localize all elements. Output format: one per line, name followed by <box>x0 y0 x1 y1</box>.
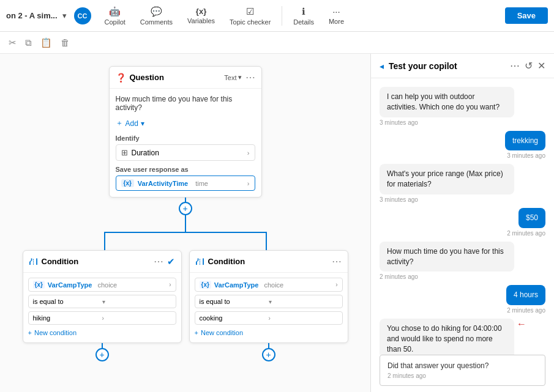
copilot-icon: 🤖 <box>109 6 121 17</box>
message-6-bubble: 4 hours <box>506 285 545 305</box>
message-7-row: You chose to do hiking for 04:00:00 and … <box>380 319 526 355</box>
variables-icon: {x} <box>196 7 206 16</box>
condition-right-value-row[interactable]: cooking › <box>195 311 343 325</box>
panel-title: Test your copilot <box>389 61 505 71</box>
message-4-bubble: $50 <box>518 208 545 228</box>
condition-right-var-name: VarCampType <box>214 281 259 289</box>
condition-right-var-chip[interactable]: {x} VarCampType choice › <box>195 278 343 292</box>
var-row[interactable]: {x} VarActivityTime time › <box>116 176 255 191</box>
condition-right-node: ⛙ Condition ⋯ {x} VarCampType choice › i… <box>189 250 348 343</box>
message-1-bubble: I can help you with outdoor activities. … <box>380 87 514 117</box>
cut-icon[interactable]: ✂ <box>9 37 17 48</box>
message-1: I can help you with outdoor activities. … <box>380 87 545 126</box>
panel-close-icon[interactable]: ✕ <box>537 60 545 72</box>
condition-right-chevron-icon: › <box>335 281 337 288</box>
condition-left-menu-icon[interactable]: ⋯ <box>154 256 163 267</box>
var-chevron-icon: › <box>247 180 250 187</box>
more-button[interactable]: ··· More <box>323 4 350 28</box>
avatar: CC <box>74 7 91 24</box>
copilot-button[interactable]: 🤖 Copilot <box>99 4 132 28</box>
branch-left-line <box>104 232 105 250</box>
delete-icon[interactable]: 🗑 <box>61 37 70 48</box>
message-7: You chose to do hiking for 04:00:00 and … <box>380 319 545 355</box>
condition-left-icon: ⛙ <box>29 257 38 267</box>
toolbar: on 2 - A sim... ▾ CC 🤖 Copilot 💬 Comment… <box>0 0 554 32</box>
add-chevron-icon: ▾ <box>141 119 144 128</box>
condition-right-header: ⛙ Condition ⋯ <box>190 251 348 273</box>
condition-right-new-button[interactable]: + New condition <box>195 328 343 338</box>
conditions-row: ⛙ Condition ⋯ ✔ {x} VarCampType choice › <box>14 250 357 343</box>
save-button[interactable]: Save <box>505 7 548 24</box>
condition-right-operator-dropdown[interactable]: is equal to ▾ <box>195 295 343 308</box>
bottom-plus-left[interactable]: + <box>95 348 109 361</box>
panel-header: ◂ Test your copilot ⋯ ↺ ✕ <box>371 54 554 78</box>
operator-left-chevron-icon: ▾ <box>102 298 171 305</box>
message-4: $50 2 minutes ago <box>380 208 545 237</box>
bottom-conn-left: + <box>23 343 182 361</box>
branch-lines <box>23 220 348 250</box>
identify-value: Duration <box>132 149 244 157</box>
mid-plus-button[interactable]: + <box>179 202 192 215</box>
condition-left-body: {x} VarCampType choice › is equal to ▾ h… <box>23 273 181 342</box>
did-answer-box: Did that answer your question? 2 minutes… <box>380 355 545 386</box>
condition-left-title: Condition <box>42 257 150 266</box>
title-chevron-icon[interactable]: ▾ <box>62 11 67 20</box>
topic-checker-button[interactable]: ☑ Topic checker <box>223 4 277 28</box>
red-arrow-icon: ← <box>517 319 526 330</box>
identify-label: Identify <box>116 135 255 142</box>
condition-left-header: ⛙ Condition ⋯ ✔ <box>23 251 181 273</box>
message-5-bubble: How much time do you have for this activ… <box>380 242 514 272</box>
condition-left-node: ⛙ Condition ⋯ ✔ {x} VarCampType choice › <box>23 250 182 343</box>
details-icon: ℹ <box>302 6 305 17</box>
variables-button[interactable]: {x} Variables <box>181 4 221 27</box>
question-title: Question <box>130 73 221 82</box>
message-2-time: 3 minutes ago <box>507 152 545 159</box>
more-icon: ··· <box>332 6 340 17</box>
calendar-icon: ⊞ <box>121 148 128 157</box>
message-4-time: 2 minutes ago <box>507 230 545 237</box>
condition-left-check-icon: ✔ <box>167 256 175 267</box>
message-6-time: 2 minutes ago <box>507 307 545 314</box>
value-left-chevron-icon: › <box>102 315 171 322</box>
copy-icon[interactable]: ⧉ <box>25 37 32 48</box>
condition-left-value-row[interactable]: hiking › <box>28 311 176 325</box>
canvas: ❓ Question Text ▾ ⋯ How much time do you… <box>0 54 370 392</box>
bottom-conn-right: + <box>189 343 348 361</box>
panel-more-icon[interactable]: ⋯ <box>510 60 520 72</box>
condition-left-var-chip[interactable]: {x} VarCampType choice › <box>28 278 176 292</box>
var-badge: {x} <box>121 179 134 187</box>
message-2: trekking 3 minutes ago <box>380 131 545 160</box>
comments-icon: 💬 <box>151 6 162 17</box>
question-icon: ❓ <box>116 73 126 83</box>
condition-left-operator-dropdown[interactable]: is equal to ▾ <box>28 295 176 308</box>
condition-left-new-button[interactable]: + New condition <box>28 328 176 338</box>
branch-horizontal-line <box>105 232 266 233</box>
operator-right-chevron-icon: ▾ <box>269 298 338 305</box>
type-chevron-icon: ▾ <box>238 73 242 81</box>
condition-right-menu-icon[interactable]: ⋯ <box>332 256 342 267</box>
plus-icon: ＋ <box>116 118 123 128</box>
new-condition-right-plus-icon: + <box>195 329 198 336</box>
message-5: How much time do you have for this activ… <box>380 242 545 281</box>
toolbar-divider <box>282 6 282 26</box>
bottom-plus-right[interactable]: + <box>262 348 275 361</box>
condition-left-var-name: VarCampType <box>48 281 92 289</box>
comments-button[interactable]: 💬 Comments <box>134 4 179 28</box>
details-button[interactable]: ℹ Details <box>287 4 320 28</box>
condition-right-icon: ⛙ <box>196 257 204 267</box>
edit-bar: ✂ ⧉ 📋 🗑 <box>0 32 554 54</box>
condition-right-var-badge: {x} <box>200 281 211 289</box>
panel-refresh-icon[interactable]: ↺ <box>525 60 533 72</box>
value-right-chevron-icon: › <box>269 315 338 322</box>
question-node-header: ❓ Question Text ▾ ⋯ <box>110 67 261 89</box>
message-3-bubble: What's your price range (Max price) for … <box>380 164 514 194</box>
question-menu-icon[interactable]: ⋯ <box>245 72 255 83</box>
paste-icon[interactable]: 📋 <box>40 37 52 48</box>
flow-container: ❓ Question Text ▾ ⋯ How much time do you… <box>14 66 357 380</box>
var-name: VarActivityTime <box>138 180 188 187</box>
right-panel: ◂ Test your copilot ⋯ ↺ ✕ I can help you… <box>370 54 554 392</box>
add-button[interactable]: ＋ Add ▾ <box>116 117 255 130</box>
identify-row[interactable]: ⊞ Duration › <box>116 144 255 161</box>
branch-top-line <box>185 220 186 232</box>
panel-expand-icon[interactable]: ◂ <box>380 61 384 71</box>
